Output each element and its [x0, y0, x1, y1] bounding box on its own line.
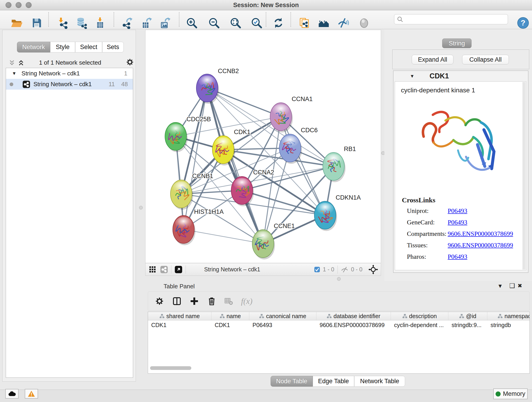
- attribute-tree-icon: [327, 314, 332, 318]
- network-node-CCNE1[interactable]: CCNE1: [252, 223, 295, 259]
- network-node-RB1[interactable]: RB1: [323, 146, 356, 182]
- export-table-button[interactable]: [141, 17, 153, 29]
- zoom-selected-button[interactable]: [251, 17, 263, 29]
- column-header-label: canonical name: [266, 313, 306, 319]
- network-from-document-button[interactable]: [298, 17, 310, 29]
- table-panel-maximize-button[interactable]: ❑: [509, 282, 515, 289]
- tab-network-table[interactable]: Network Table: [354, 376, 405, 387]
- refresh-layout-button[interactable]: [272, 17, 284, 29]
- network-node-CDK1[interactable]: CDK1: [212, 128, 250, 166]
- network-view-mode-icon[interactable]: [160, 266, 168, 274]
- add-column-icon[interactable]: [190, 297, 199, 306]
- collection-disclosure-triangle[interactable]: ▼: [12, 71, 17, 76]
- home-button[interactable]: [318, 17, 330, 29]
- column-header--id[interactable]: @id: [448, 312, 487, 320]
- column-header-description[interactable]: description: [391, 312, 448, 320]
- table-cell[interactable]: CDK1: [211, 320, 249, 330]
- crosslink-link[interactable]: 9606.ENSP00000378699: [448, 230, 513, 237]
- cloud-status-button[interactable]: [5, 389, 19, 399]
- network-label: String Network – cdk1: [33, 81, 92, 88]
- warning-status-button[interactable]: [25, 389, 38, 399]
- tab-string[interactable]: String: [442, 38, 472, 48]
- table-options-gear-icon[interactable]: [155, 297, 164, 306]
- import-network-button[interactable]: [57, 17, 69, 29]
- network-table-divider-handle[interactable]: [337, 277, 341, 281]
- delete-table-icon[interactable]: [224, 297, 233, 306]
- export-network-button[interactable]: [121, 17, 133, 29]
- delete-column-icon[interactable]: [207, 297, 216, 306]
- birdseye-view-icon[interactable]: [175, 266, 182, 274]
- table-panel-float-button[interactable]: ▼: [497, 283, 503, 289]
- expand-all-button[interactable]: Expand All: [412, 55, 453, 64]
- tab-style[interactable]: Style: [50, 42, 75, 52]
- network-collection-row[interactable]: ▼ String Network – cdk1 1: [6, 68, 133, 79]
- table-cell[interactable]: 9606.ENSP00000378699: [317, 320, 391, 330]
- expand-all-networks-button[interactable]: [18, 59, 25, 67]
- selected-checkbox-icon[interactable]: [314, 267, 320, 273]
- search-icon: [397, 16, 404, 23]
- show-hide-graphics-button[interactable]: [337, 17, 349, 29]
- node-label-CCNB2: CCNB2: [218, 68, 239, 75]
- node-label-CDC25B: CDC25B: [186, 116, 211, 123]
- network-edge-CCNA2-CDKN1A[interactable]: [242, 191, 325, 215]
- table-cell[interactable]: stringdb:9...: [448, 320, 487, 330]
- network-node-CCNA2[interactable]: CCNA2: [231, 169, 274, 206]
- table-row[interactable]: CDK1CDK1P064939606.ENSP00000378699cyclin…: [148, 320, 530, 330]
- crosslink-link[interactable]: 9606.ENSP00000378699: [448, 242, 513, 249]
- column-header-shared-name[interactable]: shared name: [148, 312, 211, 320]
- crosslink-link[interactable]: P06493: [448, 253, 467, 260]
- crosslink-link[interactable]: P06493: [448, 219, 467, 226]
- import-table-button[interactable]: [94, 17, 106, 29]
- gene-disclosure-triangle[interactable]: ▼: [410, 74, 414, 79]
- network-options-gear-button[interactable]: [126, 58, 134, 67]
- control-network-divider-handle[interactable]: [139, 206, 143, 210]
- tab-select[interactable]: Select: [75, 42, 102, 52]
- results-scrollbar[interactable]: [523, 82, 526, 269]
- scrollbar-thumb[interactable]: [150, 366, 191, 370]
- table-horizontal-scrollbar[interactable]: [150, 366, 526, 370]
- network-node-CDKN1A[interactable]: CDKN1A: [314, 194, 361, 231]
- tab-sets[interactable]: Sets: [102, 42, 124, 52]
- node-label-CCNE1: CCNE1: [274, 223, 295, 230]
- hidden-eye-icon[interactable]: [341, 267, 348, 273]
- zoom-fit-button[interactable]: [230, 17, 241, 29]
- search-field[interactable]: [394, 14, 508, 24]
- column-header-canonical-name[interactable]: canonical name: [249, 312, 317, 320]
- crosslink-link[interactable]: P06493: [448, 207, 467, 215]
- table-cell[interactable]: stringdb: [487, 320, 530, 330]
- column-header-namespace[interactable]: namespace: [487, 312, 530, 320]
- fit-content-crosshair-icon[interactable]: [368, 265, 378, 274]
- network-row[interactable]: String Network – cdk1 11 48: [6, 79, 133, 89]
- network-node-HIST1H1A[interactable]: HIST1H1A: [173, 208, 224, 245]
- import-database-button[interactable]: [76, 17, 88, 29]
- help-button[interactable]: ?: [517, 17, 529, 29]
- zoom-in-button[interactable]: [186, 17, 198, 29]
- column-header-database-identifier[interactable]: database identifier: [317, 312, 391, 320]
- network-canvas[interactable]: CCNB2CCNA1CDC25BCDK1CDC6RB1CCNB1CCNA2CDK…: [146, 30, 381, 263]
- memory-button[interactable]: Memory: [493, 389, 528, 399]
- crosslink-row: Tissues:9606.ENSP00000378699: [407, 242, 521, 249]
- export-image-button[interactable]: [159, 17, 171, 29]
- column-header-name[interactable]: name: [211, 312, 249, 320]
- table-cell[interactable]: P06493: [249, 320, 317, 330]
- presentation-mode-button[interactable]: [358, 17, 370, 29]
- open-folder-icon: [12, 20, 21, 22]
- gear-icon: [126, 58, 134, 66]
- collapse-all-button[interactable]: Collapse All: [462, 55, 509, 64]
- function-builder-icon[interactable]: f(x): [241, 296, 253, 306]
- tab-network[interactable]: Network: [17, 42, 50, 52]
- tab-edge-table[interactable]: Edge Table: [313, 376, 354, 387]
- table-panel-close-button[interactable]: ✖: [518, 283, 523, 289]
- open-session-button[interactable]: [11, 17, 22, 29]
- save-session-button[interactable]: [31, 17, 43, 29]
- table-cell[interactable]: cyclin-dependent ...: [391, 320, 448, 330]
- tab-node-table[interactable]: Node Table: [271, 376, 313, 387]
- show-columns-icon[interactable]: [172, 297, 181, 306]
- network-view-panel[interactable]: CCNB2CCNA1CDC25BCDK1CDC6RB1CCNB1CCNA2CDK…: [145, 30, 381, 263]
- search-input[interactable]: [405, 16, 508, 23]
- collapse-all-networks-button[interactable]: [8, 59, 15, 67]
- refresh-icon: [272, 17, 284, 29]
- zoom-out-button[interactable]: [208, 17, 220, 29]
- table-cell[interactable]: CDK1: [148, 320, 211, 330]
- grid-view-icon[interactable]: [149, 266, 156, 273]
